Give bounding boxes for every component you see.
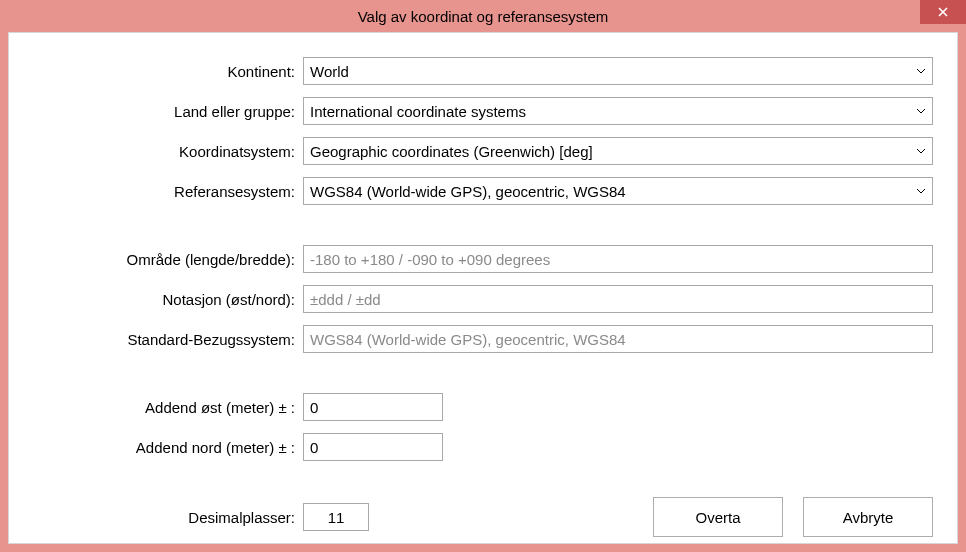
select-coord-system[interactable]: Geographic coordinates (Greenwich) [deg] — [303, 137, 933, 165]
readonly-std-ref-value: WGS84 (World-wide GPS), geocentric, WGS8… — [310, 331, 626, 348]
cancel-button[interactable]: Avbryte — [803, 497, 933, 537]
dialog-window: Valg av koordinat og referansesystem Kon… — [0, 0, 966, 552]
label-country-group: Land eller gruppe: — [33, 103, 303, 120]
apply-button[interactable]: Overta — [653, 497, 783, 537]
readonly-area-value: -180 to +180 / -090 to +090 degrees — [310, 251, 550, 268]
label-addend-east: Addend øst (meter) ± : — [33, 399, 303, 416]
row-ref-system: Referansesystem: WGS84 (World-wide GPS),… — [33, 177, 933, 205]
readonly-notation-value: ±ddd / ±dd — [310, 291, 381, 308]
row-notation: Notasjon (øst/nord): ±ddd / ±dd — [33, 285, 933, 313]
select-ref-system-value: WGS84 (World-wide GPS), geocentric, WGS8… — [310, 183, 626, 200]
select-country-group-value: International coordinate systems — [310, 103, 526, 120]
close-button[interactable] — [920, 0, 966, 24]
window-title: Valg av koordinat og referansesystem — [358, 8, 609, 25]
select-continent-value: World — [310, 63, 349, 80]
titlebar: Valg av koordinat og referansesystem — [0, 0, 966, 32]
chevron-down-icon — [912, 60, 930, 82]
content-frame: Kontinent: World Land eller gruppe: Inte… — [8, 32, 958, 544]
select-country-group[interactable]: International coordinate systems — [303, 97, 933, 125]
label-addend-north: Addend nord (meter) ± : — [33, 439, 303, 456]
row-country-group: Land eller gruppe: International coordin… — [33, 97, 933, 125]
chevron-down-icon — [912, 180, 930, 202]
chevron-down-icon — [912, 100, 930, 122]
label-area: Område (lengde/bredde): — [33, 251, 303, 268]
row-area: Område (lengde/bredde): -180 to +180 / -… — [33, 245, 933, 273]
input-addend-east[interactable] — [303, 393, 443, 421]
close-icon — [938, 7, 948, 17]
row-coord-system: Koordinatsystem: Geographic coordinates … — [33, 137, 933, 165]
label-coord-system: Koordinatsystem: — [33, 143, 303, 160]
label-std-ref: Standard-Bezugssystem: — [33, 331, 303, 348]
input-decimals[interactable] — [303, 503, 369, 531]
row-continent: Kontinent: World — [33, 57, 933, 85]
select-coord-system-value: Geographic coordinates (Greenwich) [deg] — [310, 143, 593, 160]
select-ref-system[interactable]: WGS84 (World-wide GPS), geocentric, WGS8… — [303, 177, 933, 205]
button-group: Overta Avbryte — [653, 497, 933, 537]
label-ref-system: Referansesystem: — [33, 183, 303, 200]
row-decimals-buttons: Desimalplasser: Overta Avbryte — [33, 497, 933, 537]
label-decimals: Desimalplasser: — [33, 509, 303, 526]
row-addend-north: Addend nord (meter) ± : — [33, 433, 933, 461]
row-addend-east: Addend øst (meter) ± : — [33, 393, 933, 421]
select-continent[interactable]: World — [303, 57, 933, 85]
readonly-notation: ±ddd / ±dd — [303, 285, 933, 313]
label-continent: Kontinent: — [33, 63, 303, 80]
label-notation: Notasjon (øst/nord): — [33, 291, 303, 308]
content: Kontinent: World Land eller gruppe: Inte… — [9, 33, 957, 552]
readonly-area: -180 to +180 / -090 to +090 degrees — [303, 245, 933, 273]
readonly-std-ref: WGS84 (World-wide GPS), geocentric, WGS8… — [303, 325, 933, 353]
chevron-down-icon — [912, 140, 930, 162]
row-std-ref: Standard-Bezugssystem: WGS84 (World-wide… — [33, 325, 933, 353]
input-addend-north[interactable] — [303, 433, 443, 461]
